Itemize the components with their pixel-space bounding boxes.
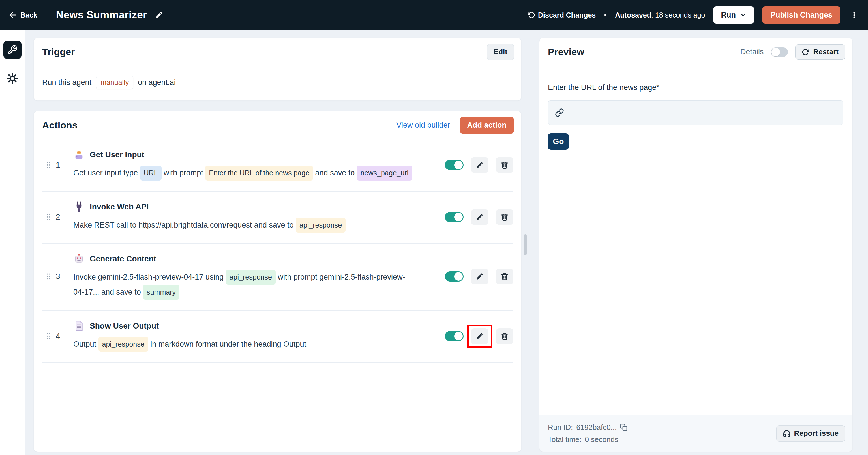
- details-toggle[interactable]: [771, 47, 788, 57]
- action-enabled-toggle[interactable]: [445, 160, 464, 170]
- description-text: Make REST call to https://api.brightdata…: [73, 221, 296, 229]
- technologist-emoji: [73, 149, 85, 160]
- wrench-icon: [7, 45, 18, 55]
- trigger-suffix: on agent.ai: [138, 78, 176, 87]
- trash-icon: [501, 272, 508, 281]
- drag-handle-icon[interactable]: [46, 161, 51, 169]
- action-number: 4: [56, 332, 60, 341]
- variable-badge: news_page_url: [357, 166, 412, 181]
- pencil-icon: [476, 332, 484, 340]
- trigger-card: Trigger Edit Run this agent manually on …: [33, 38, 522, 101]
- trigger-title: Trigger: [42, 46, 75, 58]
- drag-handle-icon[interactable]: [46, 273, 51, 280]
- publish-changes-button[interactable]: Publish Changes: [763, 6, 840, 24]
- action-enabled-toggle[interactable]: [445, 331, 464, 341]
- vertical-scrollbar-thumb[interactable]: [524, 234, 527, 255]
- preview-title: Preview: [548, 46, 584, 58]
- drag-handle-icon[interactable]: [46, 213, 51, 221]
- pencil-icon: [476, 213, 484, 221]
- toggle-knob: [454, 213, 463, 221]
- headphones-icon: [783, 429, 791, 437]
- run-button[interactable]: Run: [713, 6, 754, 24]
- trigger-edit-button[interactable]: Edit: [487, 44, 514, 60]
- description-text: with prompt gemini-2.5-flash-preview-: [276, 273, 405, 281]
- go-button[interactable]: Go: [548, 133, 569, 150]
- run-id-label: Run ID:: [548, 423, 573, 432]
- view-old-builder-link[interactable]: View old builder: [396, 121, 450, 130]
- action-description: Invoke gemini-2.5-flash-preview-04-17 us…: [73, 270, 436, 300]
- discard-changes-label: Discard Changes: [538, 11, 596, 19]
- chevron-down-icon: [740, 11, 747, 19]
- action-enabled-toggle[interactable]: [445, 271, 464, 282]
- top-bar: Back News Summarizer Discard Changes Aut…: [0, 0, 868, 30]
- edit-action-button[interactable]: [471, 209, 489, 225]
- arrow-left-icon: [8, 11, 17, 19]
- preview-panel: Preview Details Restart Enter the URL of…: [539, 38, 853, 452]
- action-enabled-toggle[interactable]: [445, 212, 464, 222]
- action-number: 1: [56, 160, 60, 169]
- left-rail: [0, 30, 25, 455]
- restart-button[interactable]: Restart: [795, 44, 845, 60]
- kebab-menu-icon[interactable]: [849, 9, 860, 21]
- action-title: Show User Output: [90, 321, 159, 330]
- plug-emoji: [73, 201, 85, 213]
- action-title: Generate Content: [90, 254, 156, 263]
- action-title: Get User Input: [90, 150, 144, 159]
- toggle-knob: [454, 332, 463, 340]
- trigger-mode-badge[interactable]: manually: [96, 76, 133, 89]
- delete-action-button[interactable]: [496, 328, 514, 344]
- delete-action-button[interactable]: [496, 209, 514, 225]
- edit-action-button[interactable]: [471, 268, 489, 284]
- details-toggle-label: Details: [740, 47, 764, 56]
- autosave-label: Autosaved: [615, 11, 651, 19]
- variable-badge: summary: [143, 285, 180, 300]
- description-text: in markdown format under the heading Out…: [148, 340, 306, 348]
- actions-title: Actions: [42, 120, 78, 131]
- toggle-knob: [772, 48, 780, 56]
- variable-badge: URL: [140, 166, 162, 181]
- delete-action-button[interactable]: [496, 157, 514, 173]
- pencil-icon: [476, 161, 484, 169]
- settings-tab[interactable]: [6, 72, 19, 84]
- trigger-prefix: Run this agent: [42, 78, 91, 87]
- toggle-knob: [454, 272, 463, 281]
- report-issue-button[interactable]: Report issue: [776, 425, 845, 442]
- url-field[interactable]: [548, 100, 843, 125]
- action-row: 1 Get User Input Get user input type URL…: [41, 139, 514, 192]
- back-button[interactable]: Back: [8, 11, 37, 19]
- run-id-value: 6192bafc0...: [576, 423, 617, 432]
- action-row: 3 Generate Content Invoke gemini-2.5-fla…: [41, 243, 514, 311]
- action-number: 2: [56, 213, 60, 222]
- trash-icon: [501, 161, 508, 169]
- action-description: Output api_response in markdown format u…: [73, 337, 436, 352]
- edit-action-button[interactable]: [471, 328, 489, 344]
- variable-badge: api_response: [98, 337, 148, 352]
- description-text: and save to: [313, 169, 357, 177]
- edit-action-button[interactable]: [471, 157, 489, 173]
- url-field-label: Enter the URL of the news page*: [548, 83, 844, 92]
- variable-badge: api_response: [296, 218, 346, 233]
- refresh-icon: [802, 48, 809, 56]
- description-text: Get user input type: [73, 169, 140, 177]
- add-action-button[interactable]: Add action: [460, 117, 514, 134]
- total-time-value: 0 seconds: [585, 435, 619, 444]
- toggle-knob: [454, 161, 463, 169]
- delete-action-button[interactable]: [496, 268, 514, 284]
- copy-icon[interactable]: [620, 424, 627, 431]
- gear-icon: [6, 72, 19, 84]
- action-description: Get user input type URL with prompt Ente…: [73, 166, 436, 181]
- variable-badge: api_response: [226, 270, 276, 285]
- restart-label: Restart: [813, 47, 839, 56]
- edit-title-icon[interactable]: [155, 11, 163, 19]
- drag-handle-icon[interactable]: [46, 332, 51, 340]
- builder-tab-active[interactable]: [3, 41, 22, 59]
- total-time-label: Total time:: [548, 435, 582, 444]
- dot-separator: [604, 14, 607, 16]
- agent-builder-screen: Back News Summarizer Discard Changes Aut…: [0, 0, 868, 455]
- trash-icon: [501, 332, 508, 340]
- url-input[interactable]: [568, 108, 836, 117]
- discard-changes-button[interactable]: Discard Changes: [528, 11, 596, 19]
- action-rows: 1 Get User Input Get user input type URL…: [34, 139, 521, 363]
- trash-icon: [501, 213, 508, 221]
- run-label: Run: [721, 11, 736, 20]
